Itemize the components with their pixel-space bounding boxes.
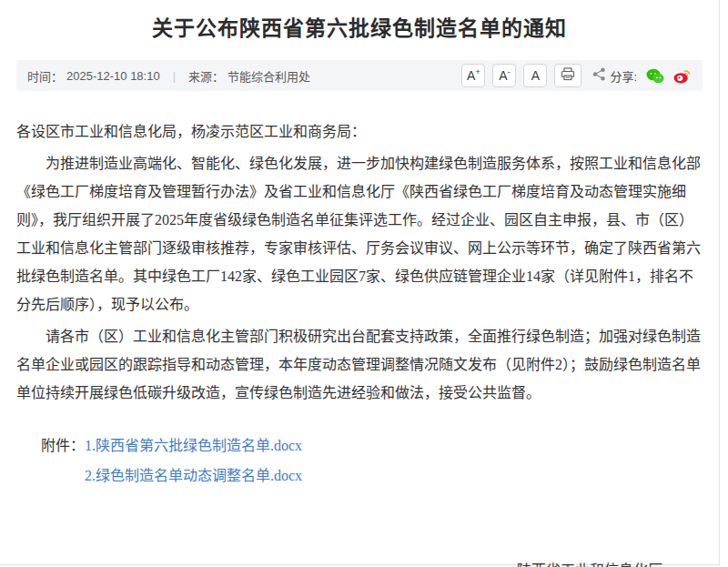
- attachments-section: 附件：1.陕西省第六批绿色制造名单.docx 附件：2.绿色制造名单动态调整名单…: [41, 430, 703, 491]
- share-nodes-icon[interactable]: [592, 67, 606, 84]
- attachments-label: 附件：: [41, 438, 85, 453]
- meta-bar: 时间： 2025-12-10 18:10 | 来源： 节能综合利用处 A+ A-…: [16, 60, 703, 91]
- source-label: 来源：: [188, 67, 224, 85]
- meta-divider: |: [173, 69, 176, 83]
- notice-body: 各设区市工业和信息化局，杨凌示范区工业和商务局： 为推进制造业高端化、智能化、绿…: [16, 117, 703, 407]
- font-reset-button[interactable]: A: [523, 64, 547, 87]
- font-smaller-button[interactable]: A-: [492, 64, 516, 87]
- font-reset-label: A: [531, 65, 540, 86]
- font-larger-label: A: [467, 65, 475, 86]
- weibo-share-icon[interactable]: [673, 68, 692, 84]
- share-label: 分享:: [610, 67, 637, 85]
- time-value: 2025-12-10 18:10: [66, 69, 160, 83]
- paragraph-1: 为推进制造业高端化、智能化、绿色化发展，进一步加快构建绿色制造服务体系，按照工业…: [16, 149, 703, 319]
- salutation: 各设区市工业和信息化局，杨凌示范区工业和商务局：: [16, 117, 703, 146]
- source-value: 节能综合利用处: [228, 67, 310, 85]
- notice-page: 关于公布陕西省第六批绿色制造名单的通知 时间： 2025-12-10 18:10…: [0, 0, 720, 565]
- printer-icon: [561, 67, 575, 84]
- attachment-link-2[interactable]: 2.绿色制造名单动态调整名单.docx: [85, 468, 302, 483]
- attachment-row: 附件：1.陕西省第六批绿色制造名单.docx: [41, 430, 703, 461]
- page-title: 关于公布陕西省第六批绿色制造名单的通知: [16, 0, 703, 42]
- meta-info: 时间： 2025-12-10 18:10 | 来源： 节能综合利用处: [27, 67, 310, 85]
- signature-agency: 陕西省工业和信息化厅: [16, 562, 703, 567]
- font-smaller-label: A: [499, 65, 507, 86]
- attachment-row: 附件：2.绿色制造名单动态调整名单.docx: [41, 461, 703, 491]
- time-label: 时间：: [27, 67, 63, 85]
- font-larger-sup: +: [475, 66, 480, 77]
- share-group: 分享:: [592, 67, 692, 85]
- meta-toolbar: A+ A- A: [454, 64, 692, 87]
- signature-block: 陕西省工业和信息化厅 2025年12月10日: [16, 562, 703, 567]
- font-smaller-sup: -: [508, 66, 511, 77]
- attachment-link-1[interactable]: 1.陕西省第六批绿色制造名单.docx: [85, 438, 302, 453]
- print-button[interactable]: [554, 64, 581, 87]
- wechat-share-icon[interactable]: [646, 68, 664, 84]
- paragraph-2: 请各市（区）工业和信息化主管部门积极研究出台配套支持政策，全面推行绿色制造；加强…: [16, 322, 703, 407]
- font-larger-button[interactable]: A+: [461, 64, 485, 87]
